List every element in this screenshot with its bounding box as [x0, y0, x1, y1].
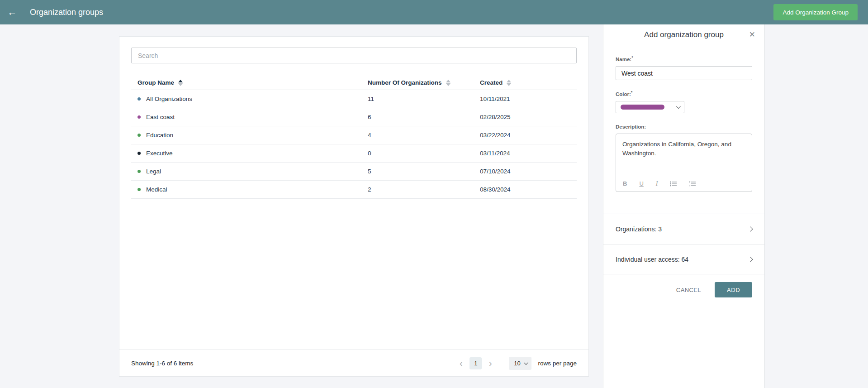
sort-icon: [507, 80, 511, 86]
group-name: East coast: [146, 114, 175, 120]
selected-color-swatch: [621, 105, 664, 110]
sort-icon: [446, 80, 451, 86]
panel-footer: CANCEL ADD: [616, 282, 752, 297]
rows-per-page-label: rows per page: [538, 360, 577, 367]
table-row[interactable]: Medical 2 08/30/2024: [131, 181, 577, 199]
add-organization-group-button[interactable]: Add Organization Group: [773, 4, 858, 20]
group-name-cell: Legal: [131, 168, 361, 175]
back-arrow-icon[interactable]: ←: [0, 0, 24, 24]
org-count-cell: 11: [361, 96, 474, 102]
name-label: Name:*: [616, 57, 633, 62]
description-label: Description:: [616, 124, 646, 129]
description-field-group: Description: Organizations in California…: [616, 122, 752, 192]
created-cell: 02/28/2025: [474, 114, 578, 120]
page-number-button[interactable]: 1: [470, 357, 482, 369]
column-header-group-name[interactable]: Group Name: [131, 79, 361, 86]
chevron-down-icon: [676, 104, 681, 109]
group-name: All Organizations: [146, 96, 192, 102]
group-name-cell: All Organizations: [131, 96, 361, 102]
table-row[interactable]: Education 4 03/22/2024: [131, 126, 577, 144]
bullet-list-icon[interactable]: [670, 181, 677, 187]
created-cell: 08/30/2024: [474, 186, 578, 193]
next-page-icon[interactable]: ›: [484, 357, 496, 369]
org-count-cell: 0: [361, 150, 474, 157]
column-label: Created: [480, 79, 503, 86]
column-label: Group Name: [138, 79, 174, 86]
organization-groups-page: ← Organization groups Add Organization G…: [0, 0, 868, 388]
column-header-created[interactable]: Created: [474, 79, 578, 86]
name-field-group: Name:*: [616, 55, 752, 80]
pagination-bar: Showing 1-6 of 6 items ‹ 1 › 10 rows per…: [119, 350, 588, 376]
group-name-cell: Education: [131, 132, 361, 139]
description-text[interactable]: Organizations in California, Oregon, and…: [622, 140, 745, 158]
group-name: Education: [146, 132, 173, 139]
group-name-cell: Executive: [131, 150, 361, 157]
org-count-cell: 4: [361, 132, 474, 139]
created-cell: 03/22/2024: [474, 132, 578, 139]
rows-per-page-value: 10: [514, 360, 520, 367]
column-label: Number Of Organizations: [368, 79, 442, 86]
pagination-summary: Showing 1-6 of 6 items: [131, 360, 193, 367]
sort-ascending-icon: [178, 80, 183, 86]
description-editor[interactable]: Organizations in California, Oregon, and…: [616, 134, 752, 192]
add-button[interactable]: ADD: [715, 282, 752, 297]
created-cell: 10/11/2021: [474, 96, 578, 102]
group-color-dot: [138, 97, 141, 101]
table-header-row: Group Name Number Of Organizations Creat…: [131, 76, 577, 90]
organizations-link-row[interactable]: Organizations: 3: [603, 214, 764, 244]
group-color-dot: [138, 115, 141, 119]
chevron-right-icon: [748, 226, 753, 231]
chevron-right-icon: [748, 257, 753, 262]
organization-groups-table: Group Name Number Of Organizations Creat…: [131, 76, 577, 199]
panel-link-rows: Organizations: 3 Individual user access:…: [616, 214, 752, 274]
color-label: Color:*: [616, 91, 632, 97]
panel-title: Add organization group: [644, 30, 724, 39]
organization-groups-card: Group Name Number Of Organizations Creat…: [119, 36, 589, 377]
table-row[interactable]: All Organizations 11 10/11/2021: [131, 90, 577, 108]
group-name: Medical: [146, 186, 167, 193]
org-count-cell: 2: [361, 186, 474, 193]
chevron-down-icon: [524, 360, 528, 365]
group-name: Executive: [146, 150, 173, 157]
color-dropdown[interactable]: [616, 101, 684, 113]
group-color-dot: [138, 134, 141, 137]
individual-user-access-link-row[interactable]: Individual user access: 64: [603, 244, 764, 274]
richtext-toolbar: B U I: [623, 180, 696, 187]
close-icon[interactable]: ✕: [749, 30, 755, 39]
org-count-cell: 6: [361, 114, 474, 120]
table-row[interactable]: Legal 5 07/10/2024: [131, 163, 577, 181]
created-cell: 07/10/2024: [474, 168, 578, 175]
italic-icon[interactable]: I: [656, 180, 658, 187]
pagination-controls: ‹ 1 › 10 rows per page: [455, 357, 577, 370]
underline-icon[interactable]: U: [639, 180, 643, 187]
name-input[interactable]: [616, 66, 752, 80]
column-header-number-of-organizations[interactable]: Number Of Organizations: [361, 79, 474, 86]
created-cell: 03/11/2024: [474, 150, 578, 157]
group-name-cell: East coast: [131, 114, 361, 120]
group-color-dot: [138, 152, 141, 155]
group-color-dot: [138, 170, 141, 173]
table-row[interactable]: East coast 6 02/28/2025: [131, 108, 577, 126]
page-title: Organization groups: [30, 8, 103, 17]
rows-per-page-select[interactable]: 10: [509, 357, 531, 370]
table-row[interactable]: Executive 0 03/11/2024: [131, 144, 577, 163]
panel-header: Add organization group ✕: [603, 24, 764, 45]
group-color-dot: [138, 188, 141, 191]
organizations-count-label: Organizations: 3: [616, 225, 662, 233]
numbered-list-icon[interactable]: [689, 181, 696, 187]
bold-icon[interactable]: B: [623, 180, 627, 187]
add-organization-group-panel: Add organization group ✕ Name:* Color:* …: [603, 24, 765, 388]
search-input[interactable]: [131, 48, 577, 63]
color-field-group: Color:*: [616, 90, 752, 113]
previous-page-icon[interactable]: ‹: [455, 357, 467, 369]
top-bar: ← Organization groups Add Organization G…: [0, 0, 868, 24]
org-count-cell: 5: [361, 168, 474, 175]
individual-user-access-label: Individual user access: 64: [616, 256, 688, 263]
cancel-button[interactable]: CANCEL: [676, 287, 701, 293]
group-name-cell: Medical: [131, 186, 361, 193]
group-name: Legal: [146, 168, 161, 175]
